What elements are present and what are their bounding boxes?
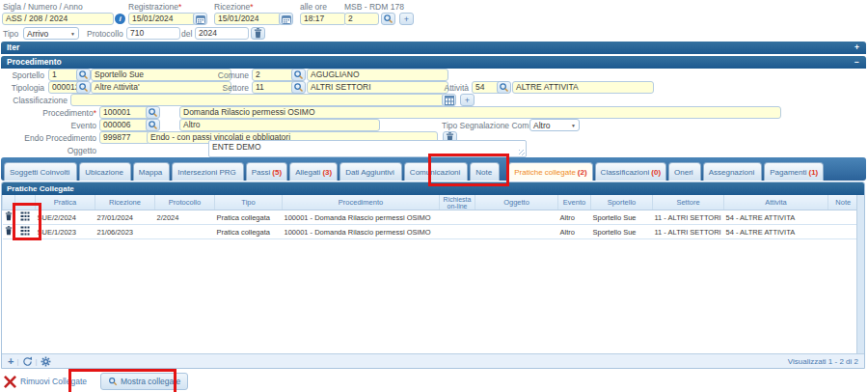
cell-oggetto bbox=[475, 210, 558, 225]
tab-classificazioni[interactable]: Classificazioni(0) bbox=[595, 162, 666, 181]
vertical-scrollbar[interactable] bbox=[856, 195, 864, 354]
info-icon[interactable]: i bbox=[115, 14, 125, 24]
col-evento[interactable]: Evento bbox=[558, 195, 591, 210]
registrazione-field[interactable]: 15/01/2024 bbox=[128, 13, 196, 25]
settings-button[interactable] bbox=[41, 356, 51, 367]
col-sportello[interactable]: Sportello bbox=[591, 195, 653, 210]
tab-allegati[interactable]: Allegati(3) bbox=[289, 162, 338, 181]
attivita-lookup-button[interactable] bbox=[497, 81, 511, 94]
tab-ubicazione[interactable]: Ubicazione bbox=[79, 162, 131, 181]
ricezione-field[interactable]: 15/01/2024 bbox=[214, 13, 282, 25]
procedimento-lookup-button[interactable] bbox=[146, 106, 160, 119]
tab-mappa[interactable]: Mappa bbox=[133, 162, 170, 181]
procedimento-code-field[interactable]: 100001 bbox=[99, 106, 150, 119]
cell-settore: 11 - ALTRI SETTORI bbox=[653, 225, 724, 239]
add-button[interactable]: + bbox=[399, 13, 414, 25]
calendar-icon[interactable] bbox=[193, 13, 207, 25]
collapse-icon[interactable]: − bbox=[854, 56, 859, 69]
col-pratica[interactable]: Pratica bbox=[36, 195, 95, 210]
search-icon bbox=[499, 82, 509, 93]
tab-dati-aggiuntivi[interactable]: Dati Aggiuntivi bbox=[339, 162, 402, 181]
evento-desc-field[interactable]: Altro bbox=[179, 119, 380, 131]
sigla-field[interactable]: ASS / 208 / 2024 bbox=[2, 13, 114, 25]
del-label: del bbox=[181, 29, 192, 39]
col-oggetto[interactable]: Oggetto bbox=[475, 195, 558, 210]
protocollo-field[interactable]: 710 bbox=[126, 27, 180, 40]
col-settore[interactable]: Settore bbox=[653, 195, 724, 210]
evento-label: Evento bbox=[0, 121, 96, 130]
cell-sportello: Sportello Sue bbox=[591, 225, 653, 239]
col-protocollo[interactable]: Protocollo bbox=[155, 195, 215, 210]
refresh-button[interactable] bbox=[22, 356, 33, 367]
pagination-status: Visualizzati 1 - 2 di 2 bbox=[788, 357, 864, 366]
grid-footer: + | | Visualizzati 1 - 2 di 2 bbox=[2, 353, 864, 368]
settore-desc-field[interactable]: ALTRI SETTORI bbox=[307, 81, 448, 94]
registrazione-label: Registrazione* bbox=[128, 2, 181, 12]
endo-code-field[interactable]: 999877 bbox=[99, 131, 150, 144]
evento-lookup-button[interactable] bbox=[146, 119, 160, 131]
gear-icon bbox=[41, 356, 51, 367]
search-button[interactable] bbox=[381, 13, 395, 25]
col-ricezione[interactable]: Ricezione bbox=[95, 195, 155, 210]
cell-tipo: Pratica collegata bbox=[215, 225, 283, 239]
trash-icon bbox=[5, 226, 13, 236]
col-attivita[interactable]: Attivita bbox=[724, 195, 828, 210]
sportello-lookup-button[interactable] bbox=[76, 69, 91, 81]
tab-pratiche-collegate[interactable]: Pratiche collegate(2) bbox=[508, 162, 592, 181]
alle-ore-field[interactable]: 18:17 bbox=[300, 13, 346, 25]
col-procedimento[interactable]: Procedimento bbox=[283, 195, 440, 210]
tab-oneri[interactable]: Oneri bbox=[668, 162, 701, 181]
settore-lookup-button[interactable] bbox=[291, 81, 306, 94]
comune-code-field[interactable]: 2 bbox=[252, 69, 296, 81]
tipo-select[interactable]: Arrivo▼ bbox=[23, 27, 79, 40]
msb-field[interactable]: 2 bbox=[344, 13, 379, 25]
tab-soggetti-coinvolti[interactable]: Soggetti Coinvolti bbox=[4, 162, 77, 181]
comune-desc-field[interactable]: AGUGLIANO bbox=[307, 69, 448, 81]
expand-icon[interactable]: + bbox=[854, 42, 859, 54]
protocollo-label: Protocollo bbox=[87, 29, 123, 39]
cell-note bbox=[828, 210, 858, 225]
col-richiesta-online[interactable]: Richiesta on-line bbox=[440, 195, 475, 210]
classificazione-browse-button[interactable] bbox=[442, 94, 456, 106]
delete-protocol-button[interactable] bbox=[251, 27, 265, 40]
search-icon bbox=[383, 14, 393, 24]
cell-ricezione: 21/06/2023 bbox=[95, 225, 155, 239]
tab-passi[interactable]: Passi(5) bbox=[246, 162, 287, 181]
procedimento-desc-field[interactable]: Domanda Rilascio permessi OSIMO bbox=[179, 106, 781, 119]
classificazione-add-button[interactable]: + bbox=[460, 94, 475, 106]
settore-code-field[interactable]: 11 bbox=[252, 81, 296, 94]
col-note[interactable]: Note bbox=[828, 195, 858, 210]
mostra-collegate-button[interactable]: Mostra collegate bbox=[100, 373, 188, 390]
cell-attivita: 54 - ALTRE ATTIVITA bbox=[724, 210, 828, 225]
row-detail-button[interactable] bbox=[15, 210, 36, 225]
del-field[interactable]: 2024 bbox=[195, 27, 249, 40]
col-tipo[interactable]: Tipo bbox=[215, 195, 283, 210]
tipo-label: Tipo bbox=[3, 29, 18, 39]
calendar-icon[interactable] bbox=[279, 13, 293, 25]
cell-oggetto bbox=[475, 225, 558, 239]
attivita-desc-field[interactable]: ALTRE ATTIVITA bbox=[512, 81, 654, 94]
cell-tipo: Pratica collegata bbox=[215, 210, 283, 225]
tab-pagamenti[interactable]: Pagamenti(1) bbox=[764, 162, 824, 181]
attivita-label: Attività bbox=[436, 83, 469, 93]
row-delete-button[interactable] bbox=[3, 210, 15, 225]
rimuovi-collegate-button[interactable]: Rimuovi Collegate bbox=[4, 376, 87, 388]
classificazione-label: Classificazione bbox=[0, 96, 68, 105]
table-row[interactable]: SUE/1/2023 21/06/2023 Pratica collegata … bbox=[3, 225, 858, 239]
tab-comunicazioni[interactable]: Comunicazioni bbox=[404, 162, 468, 181]
tipo-segnalazione-select[interactable]: Altro▼ bbox=[529, 119, 580, 131]
comune-lookup-button[interactable] bbox=[291, 69, 306, 81]
iter-section-bar: Iter+ bbox=[1, 42, 866, 54]
oggetto-textarea[interactable]: ENTE DEMO bbox=[208, 140, 527, 157]
row-detail-button[interactable] bbox=[15, 225, 36, 239]
tab-note[interactable]: Note bbox=[470, 162, 500, 181]
row-delete-button[interactable] bbox=[3, 225, 15, 239]
cell-ricezione: 27/01/2024 bbox=[95, 210, 155, 225]
table-row[interactable]: SUE/2/2024 27/01/2024 2/2024 Pratica col… bbox=[3, 210, 858, 225]
classificazione-field[interactable] bbox=[70, 94, 445, 106]
tab-intersezioni-prg[interactable]: Intersezioni PRG bbox=[172, 162, 243, 181]
tab-assegnazioni[interactable]: Assegnazioni bbox=[703, 162, 763, 181]
tipologia-lookup-button[interactable] bbox=[76, 81, 91, 94]
evento-code-field[interactable]: 000006 bbox=[99, 119, 150, 131]
add-row-button[interactable]: + bbox=[8, 355, 14, 367]
